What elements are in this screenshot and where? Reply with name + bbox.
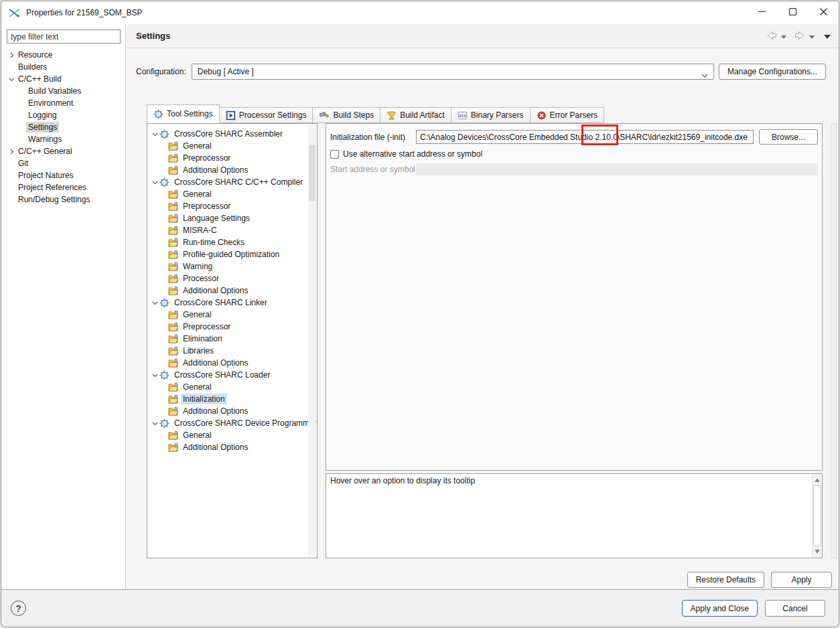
sidebar-item-project-natures[interactable]: Project Natures <box>1 169 125 181</box>
browse-button[interactable]: Browse... <box>759 129 818 145</box>
tool-tree-item-crosscore-sharc-linker[interactable]: CrossCore SHARC Linker <box>147 297 317 309</box>
processor-settings-icon <box>226 110 236 121</box>
error-parsers-icon <box>537 110 547 121</box>
chevron-down-icon[interactable] <box>151 179 159 185</box>
app-icon <box>8 8 21 18</box>
view-menu-button[interactable] <box>824 31 831 41</box>
sidebar-item-environment[interactable]: Environment <box>1 97 125 109</box>
tab-error-parsers[interactable]: Error Parsers <box>531 107 604 123</box>
manage-configurations-button[interactable]: Manage Configurations... <box>719 64 826 80</box>
scroll-down-icon[interactable] <box>815 550 820 554</box>
settings-folder-icon <box>168 394 178 404</box>
back-history-dropdown[interactable] <box>781 31 786 41</box>
tooltip-scrollbar[interactable] <box>812 474 822 558</box>
tool-tree-item-preprocessor[interactable]: Preprocessor <box>147 321 317 333</box>
tool-tree-item-additional-options[interactable]: Additional Options <box>147 285 317 297</box>
chevron-down-icon[interactable] <box>151 300 159 306</box>
tool-settings-icon <box>153 109 163 119</box>
back-button[interactable] <box>766 31 777 42</box>
chevron-right-icon[interactable] <box>7 149 16 155</box>
sidebar-item-run-debug-settings[interactable]: Run/Debug Settings <box>1 193 125 206</box>
chevron-down-icon[interactable] <box>7 76 16 82</box>
sidebar-item-project-references[interactable]: Project References <box>1 181 125 193</box>
tool-tree-item-general[interactable]: General <box>147 381 317 393</box>
sidebar-item-label: Logging <box>26 110 59 121</box>
apply-and-close-button[interactable]: Apply and Close <box>682 600 758 617</box>
chevron-down-icon <box>781 31 786 41</box>
settings-folder-icon <box>168 406 178 416</box>
tool-tree-item-additional-options[interactable]: Additional Options <box>147 164 317 176</box>
tool-tree-item-general[interactable]: General <box>147 188 317 200</box>
tab-build-steps[interactable]: Build Steps <box>313 107 380 123</box>
chevron-down-icon[interactable] <box>151 372 159 378</box>
sidebar-item-warnings[interactable]: Warnings <box>1 133 125 145</box>
tool-tree-item-language-settings[interactable]: Language Settings <box>147 212 317 224</box>
configuration-select[interactable]: Debug [ Active ] <box>192 64 714 80</box>
close-button[interactable] <box>808 1 839 24</box>
tree-scrollbar[interactable] <box>308 125 316 557</box>
tool-gear-icon <box>159 370 169 380</box>
help-button[interactable]: ? <box>11 601 26 616</box>
maximize-icon <box>789 8 796 17</box>
start-address-label: Start address or symbol <box>330 165 416 174</box>
tool-tree-item-label: Additional Options <box>181 358 250 368</box>
options-outer-scrollbar[interactable] <box>831 123 837 558</box>
cancel-button[interactable]: Cancel <box>765 600 825 617</box>
tool-tree-item-additional-options[interactable]: Additional Options <box>147 357 317 369</box>
tool-tree-item-crosscore-sharc-loader[interactable]: CrossCore SHARC Loader <box>147 369 317 381</box>
scroll-up-icon[interactable] <box>815 478 820 482</box>
tool-tree-item-misra-c[interactable]: MISRA-C <box>147 224 317 236</box>
alt-start-address-checkbox[interactable] <box>330 150 339 159</box>
tool-tree-item-additional-options[interactable]: Additional Options <box>147 441 317 453</box>
sidebar-item-label: Build Variables <box>26 86 83 96</box>
maximize-button[interactable] <box>777 1 808 24</box>
sidebar-item-resource[interactable]: Resource <box>1 49 125 61</box>
forward-button[interactable] <box>794 31 805 42</box>
page-title: Settings <box>136 31 170 41</box>
forward-history-dropdown[interactable] <box>809 31 815 41</box>
tool-tree-item-libraries[interactable]: Libraries <box>147 345 317 357</box>
tool-tree-item-crosscore-sharc-assembler[interactable]: CrossCore SHARC Assembler <box>147 128 317 140</box>
sidebar-item-build-variables[interactable]: Build Variables <box>1 85 125 97</box>
tool-tree-item-preprocessor[interactable]: Preprocessor <box>147 152 317 164</box>
tool-tree-item-preprocessor[interactable]: Preprocessor <box>147 200 317 212</box>
tool-tree-item-general[interactable]: General <box>147 140 317 152</box>
restore-defaults-button[interactable]: Restore Defaults <box>687 572 764 588</box>
scrollbar-thumb[interactable] <box>813 485 821 546</box>
tool-tree-item-crosscore-sharc-c-c-compiler[interactable]: CrossCore SHARC C/C++ Compiler <box>147 176 317 188</box>
window-title: Properties for 21569_SOM_BSP <box>26 8 142 17</box>
sidebar-item-label: Git <box>16 158 30 169</box>
tool-tree-item-initialization[interactable]: Initialization <box>147 393 317 405</box>
apply-button[interactable]: Apply <box>771 572 832 588</box>
tool-tree-item-profile-guided-optimization[interactable]: Profile-guided Optimization <box>147 248 317 260</box>
tool-tree-item-warning[interactable]: Warning <box>147 260 317 272</box>
binary-parsers-icon: 010 <box>458 110 468 121</box>
sidebar-item-settings[interactable]: Settings <box>1 121 125 133</box>
tab-processor-settings[interactable]: Processor Settings <box>220 107 313 123</box>
forward-icon <box>794 31 805 42</box>
sidebar-item-logging[interactable]: Logging <box>1 109 125 121</box>
sidebar-item-git[interactable]: Git <box>1 157 125 169</box>
tool-tree-item-label: CrossCore SHARC Linker <box>172 297 269 308</box>
tool-tree-item-general[interactable]: General <box>147 429 317 441</box>
chevron-down-icon[interactable] <box>151 131 159 137</box>
tool-tree-item-label: Initialization <box>181 394 227 404</box>
tool-tree-item-additional-options[interactable]: Additional Options <box>147 405 317 417</box>
sidebar-item-c-c-build[interactable]: C/C++ Build <box>1 73 125 85</box>
tool-tree-item-processor[interactable]: Processor <box>147 272 317 285</box>
tab-build-artifact[interactable]: Build Artifact <box>380 107 451 123</box>
minimize-button[interactable] <box>746 1 777 24</box>
tool-tree-item-general[interactable]: General <box>147 309 317 321</box>
tool-tree-item-crosscore-sharc-device-programmer[interactable]: CrossCore SHARC Device Programmer <box>147 417 317 429</box>
sidebar-item-c-c-general[interactable]: C/C++ General <box>1 145 125 157</box>
init-file-input[interactable] <box>416 130 754 144</box>
chevron-right-icon[interactable] <box>7 52 16 58</box>
filter-input[interactable] <box>7 29 121 44</box>
tool-tree-item-elimination[interactable]: Elimination <box>147 333 317 345</box>
tab-binary-parsers[interactable]: 010Binary Parsers <box>451 107 531 123</box>
chevron-down-icon[interactable] <box>151 420 159 426</box>
sidebar-item-builders[interactable]: Builders <box>1 61 125 73</box>
tool-tree-item-run-time-checks[interactable]: Run-time Checks <box>147 236 317 248</box>
sidebar-item-label: Warnings <box>26 134 64 145</box>
tab-tool-settings[interactable]: Tool Settings <box>147 104 220 123</box>
